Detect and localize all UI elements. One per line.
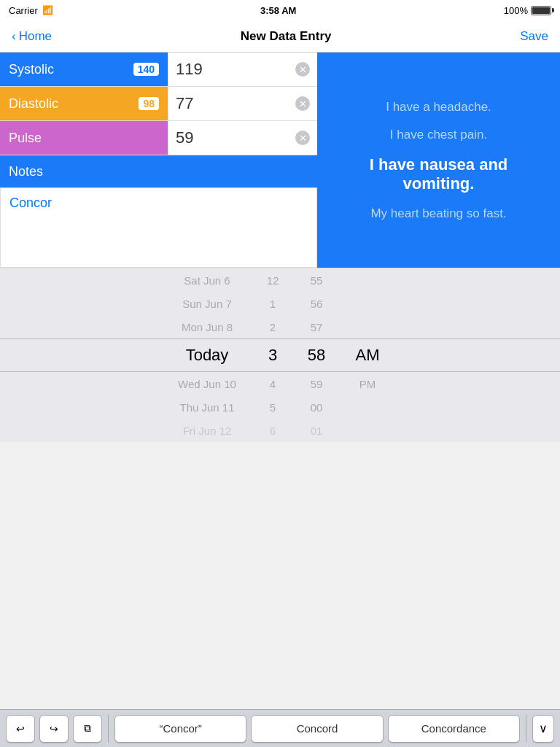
notes-input-wrap: Concor xyxy=(0,187,317,268)
keyboard-toolbar: ↩ ↪ ⧉ “Concor” Concord Concordance ∨ xyxy=(0,709,560,747)
picker-hour-5: 5 xyxy=(251,395,295,419)
battery-fill xyxy=(532,7,550,14)
systolic-row: Systolic 140 ✕ xyxy=(0,53,317,87)
notes-input[interactable]: Concor xyxy=(1,188,316,267)
carrier-label: Carrier xyxy=(9,5,38,16)
picker-hour-2: 2 xyxy=(251,315,295,338)
diastolic-badge: 98 xyxy=(139,97,159,110)
notes-header: Notes xyxy=(0,155,317,187)
suggestion-4[interactable]: My heart beating so fast. xyxy=(370,206,506,221)
nav-bar: ‹ Home New Data Entry Save xyxy=(0,20,560,53)
chevron-down-button[interactable]: ∨ xyxy=(532,715,554,743)
back-button[interactable]: ‹ Home xyxy=(12,29,52,44)
picker-min-5: 00 xyxy=(295,395,338,419)
picker-date-0: Sat Jun 6 xyxy=(163,268,251,292)
picker-hour-0: 12 xyxy=(251,268,295,292)
picker-ampm-0 xyxy=(338,268,397,292)
picker-row-1: Sun Jun 7 1 56 xyxy=(0,292,560,315)
picker-min-1: 56 xyxy=(295,292,338,315)
pulse-row: Pulse ✕ xyxy=(0,121,317,155)
picker-ampm-4: PM xyxy=(338,372,397,395)
systolic-clear-button[interactable]: ✕ xyxy=(295,62,310,77)
battery-icon xyxy=(531,6,551,15)
clipboard-button[interactable]: ⧉ xyxy=(73,715,102,743)
suggestion-button-1[interactable]: “Concor” xyxy=(114,715,246,743)
back-chevron-icon: ‹ xyxy=(12,29,16,44)
chevron-down-icon: ∨ xyxy=(539,721,548,735)
suggestions-panel: I have a headache. I have chest pain. I … xyxy=(317,53,560,268)
pulse-label: Pulse xyxy=(0,121,168,155)
status-bar: Carrier 📶 3:58 AM 100% xyxy=(0,0,560,20)
picker-date-2: Mon Jun 8 xyxy=(163,315,251,338)
picker-ampm-selected: AM xyxy=(338,339,397,371)
wifi-icon: 📶 xyxy=(42,5,53,15)
picker-date-5: Thu Jun 11 xyxy=(163,395,251,419)
systolic-input[interactable] xyxy=(176,60,283,79)
picker-row-6: Fri Jun 12 6 01 xyxy=(0,419,560,442)
diastolic-input[interactable] xyxy=(176,94,283,113)
systolic-badge: 140 xyxy=(133,63,159,76)
diastolic-clear-button[interactable]: ✕ xyxy=(295,96,310,111)
redo-button[interactable]: ↪ xyxy=(39,715,69,743)
picker-hour-6: 6 xyxy=(251,419,295,442)
diastolic-label-text: Diastolic xyxy=(9,96,58,112)
picker-ampm-1 xyxy=(338,292,397,315)
picker-min-0: 55 xyxy=(295,268,338,292)
back-label: Home xyxy=(19,29,52,44)
suggestion-button-3[interactable]: Concordance xyxy=(388,715,520,743)
save-button[interactable]: Save xyxy=(520,29,548,44)
pulse-input-wrap: ✕ xyxy=(168,121,317,155)
main-content: Systolic 140 ✕ Diastolic 98 ✕ Pulse xyxy=(0,53,560,268)
pulse-input[interactable] xyxy=(176,128,283,147)
toolbar-separator-2 xyxy=(526,715,526,743)
time-label: 3:58 AM xyxy=(260,5,296,16)
diastolic-input-wrap: ✕ xyxy=(168,87,317,120)
clipboard-icon: ⧉ xyxy=(84,722,91,735)
picker-row-2: Mon Jun 8 2 57 xyxy=(0,315,560,338)
picker-ampm-6 xyxy=(338,419,397,442)
picker-hour-selected: 3 xyxy=(251,339,295,371)
picker-date-1: Sun Jun 7 xyxy=(163,292,251,315)
picker-row-5: Thu Jun 11 5 00 xyxy=(0,395,560,419)
picker-hour-1: 1 xyxy=(251,292,295,315)
picker-min-4: 59 xyxy=(295,372,338,395)
left-panel: Systolic 140 ✕ Diastolic 98 ✕ Pulse xyxy=(0,53,317,268)
picker-date-4: Wed Jun 10 xyxy=(163,372,251,395)
systolic-label-text: Systolic xyxy=(9,62,54,77)
picker-date-6: Fri Jun 12 xyxy=(163,419,251,442)
pulse-label-text: Pulse xyxy=(9,131,42,146)
suggestion-button-2[interactable]: Concord xyxy=(251,715,383,743)
suggestion-1[interactable]: I have a headache. xyxy=(386,100,491,115)
suggestion-2[interactable]: I have chest pain. xyxy=(390,128,487,142)
redo-icon: ↪ xyxy=(50,723,58,735)
notes-label: Notes xyxy=(9,164,43,179)
picker-min-2: 57 xyxy=(295,315,338,338)
diastolic-row: Diastolic 98 ✕ xyxy=(0,87,317,121)
diastolic-label: Diastolic 98 xyxy=(0,87,168,120)
status-left: Carrier 📶 xyxy=(9,5,53,16)
picker-ampm-2 xyxy=(338,315,397,338)
picker-row-4: Wed Jun 10 4 59 PM xyxy=(0,372,560,395)
picker-selected-row: Today 3 58 AM xyxy=(0,338,560,372)
picker-hour-4: 4 xyxy=(251,372,295,395)
undo-icon: ↩ xyxy=(16,723,25,735)
status-right: 100% xyxy=(504,5,551,16)
picker-min-6: 01 xyxy=(295,419,338,442)
picker-min-selected: 58 xyxy=(295,339,338,371)
picker-row-0: Sat Jun 6 12 55 xyxy=(0,268,560,292)
suggestion-3[interactable]: I have nausea and vomiting. xyxy=(332,155,545,193)
systolic-input-wrap: ✕ xyxy=(168,53,317,86)
battery-percent: 100% xyxy=(504,5,528,16)
undo-button[interactable]: ↩ xyxy=(6,715,35,743)
date-time-picker[interactable]: Sat Jun 6 12 55 Sun Jun 7 1 56 Mon Jun 8… xyxy=(0,268,560,442)
pulse-clear-button[interactable]: ✕ xyxy=(295,131,310,145)
picker-date-selected: Today xyxy=(163,339,251,371)
systolic-label: Systolic 140 xyxy=(0,53,168,86)
page-title: New Data Entry xyxy=(241,29,332,44)
picker-ampm-5 xyxy=(338,395,397,419)
toolbar-separator xyxy=(108,715,109,743)
